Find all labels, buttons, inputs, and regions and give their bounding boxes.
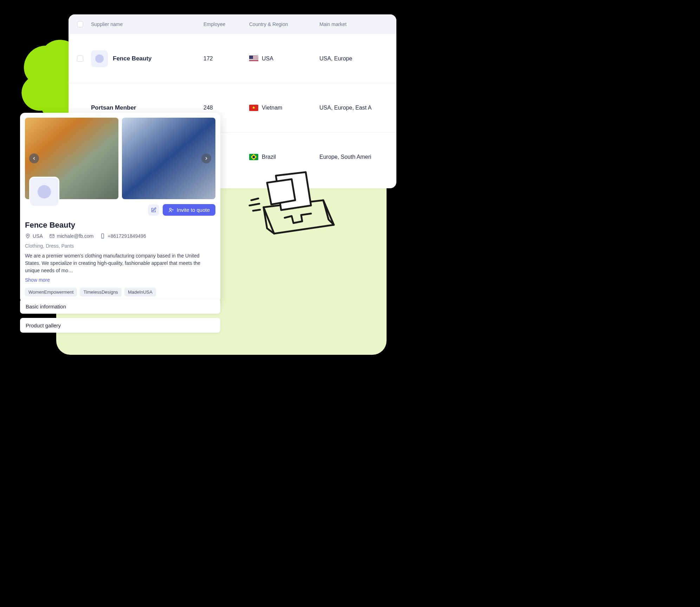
categories-text: Clothing, Dress, Pants: [25, 243, 215, 249]
tag: WomenEmpowerment: [25, 288, 77, 296]
inbox-illustration: [242, 165, 344, 249]
header-employee: Employee: [203, 21, 249, 27]
flag-icon: [249, 105, 258, 111]
country-name: USA: [262, 56, 273, 62]
show-more-link[interactable]: Show more: [25, 277, 215, 283]
header-market: Main market: [319, 21, 388, 27]
supplier-logo: [29, 177, 59, 207]
edit-button[interactable]: [148, 204, 159, 216]
tag: TimelessDesigns: [80, 288, 122, 296]
table-header-row: Supplier name Employee Country & Region …: [69, 14, 396, 34]
table-row[interactable]: Fence Beauty 172 USA USA, Europe: [69, 34, 396, 83]
location-meta: USA: [25, 233, 43, 239]
row-checkbox[interactable]: [77, 56, 83, 62]
svg-rect-3: [102, 234, 104, 238]
header-supplier-name: Supplier name: [91, 21, 203, 27]
detail-title: Fence Beauty: [25, 221, 215, 230]
supplier-name: Fence Beauty: [113, 55, 152, 62]
svg-point-0: [169, 208, 171, 210]
phone-icon: [100, 233, 105, 239]
flag-icon: [249, 56, 258, 62]
description-text: We are a premier women's clothing manufa…: [25, 252, 215, 274]
basic-information-section[interactable]: Basic information: [20, 299, 220, 314]
mail-icon: [49, 233, 55, 239]
location-icon: [25, 233, 31, 239]
email-meta: michale@fb.com: [49, 233, 93, 239]
employee-count: 248: [203, 105, 249, 111]
image-gallery: [25, 118, 215, 199]
invite-button-label: Invite to quote: [177, 207, 210, 213]
supplier-avatar: [91, 50, 108, 67]
product-gallery-section[interactable]: Product gallery: [20, 318, 220, 333]
market-text: Europe, South Ameri: [319, 154, 388, 160]
gallery-next-button[interactable]: [201, 154, 211, 163]
select-all-checkbox[interactable]: [77, 21, 83, 27]
employee-count: 172: [203, 56, 249, 62]
country-name: Vietnam: [262, 105, 282, 111]
phone-meta: +8617291849496: [100, 233, 146, 239]
market-text: USA, Europe, East A: [319, 105, 388, 111]
supplier-detail-card: Invite to quote Fence Beauty USA michale…: [20, 113, 220, 303]
tag: MadeInUSA: [124, 288, 156, 296]
gallery-prev-button[interactable]: [29, 154, 39, 163]
market-text: USA, Europe: [319, 56, 388, 62]
header-country: Country & Region: [249, 21, 319, 27]
supplier-name: Portsan Menber: [91, 104, 136, 111]
country-name: Brazil: [262, 154, 276, 160]
invite-to-quote-button[interactable]: Invite to quote: [163, 204, 215, 216]
svg-point-1: [27, 235, 28, 236]
flag-icon: [249, 154, 258, 160]
